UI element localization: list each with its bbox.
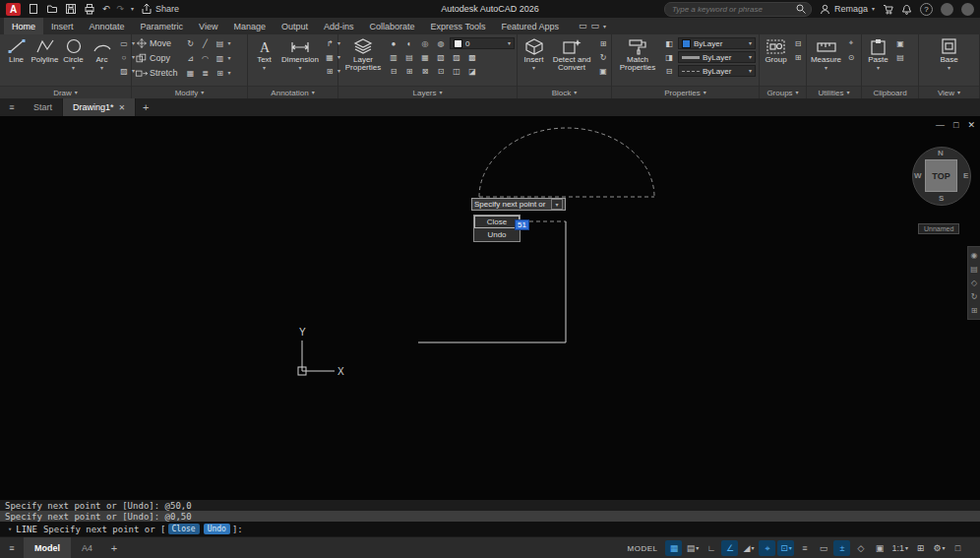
arc-button[interactable]: Arc ▾ — [89, 36, 115, 86]
annotation-visibility-toggle[interactable]: ⊞ — [912, 540, 929, 556]
groups-panel-title[interactable]: Groups▾ — [760, 86, 806, 98]
menu-item-undo[interactable]: Undo — [474, 228, 520, 241]
layout-menu-icon[interactable]: ≡ — [0, 543, 24, 553]
clean-screen-toggle[interactable]: □ — [949, 540, 966, 556]
line-button[interactable]: Line — [3, 36, 30, 86]
group-button[interactable]: Group — [763, 36, 789, 86]
properties-tool-icon[interactable]: ⊟ — [662, 65, 676, 77]
close-option-button[interactable]: Close — [168, 524, 200, 534]
layer-tool-icon[interactable]: ◫ — [450, 65, 463, 77]
model-space-label[interactable]: MODEL — [628, 544, 658, 553]
object-color-select[interactable]: ByLayer ▾ — [678, 37, 756, 49]
layer-select[interactable]: 0 ▾ — [450, 37, 515, 49]
tab-view[interactable]: View — [191, 18, 225, 34]
model-tab[interactable]: Model — [24, 537, 71, 558]
search-box[interactable] — [664, 2, 812, 17]
leader-tool-icon[interactable]: ↱ — [323, 37, 337, 49]
dimension-button[interactable]: Dimension ▾ — [279, 36, 321, 86]
layer-tool-icon[interactable]: ▨ — [450, 51, 463, 63]
zoom-icon[interactable]: ◇ — [971, 279, 977, 287]
selection-cycling-toggle[interactable]: ◇ — [852, 540, 869, 556]
tab-manage[interactable]: Manage — [225, 18, 274, 34]
mirror-tool-icon[interactable]: ⊿ — [184, 52, 198, 64]
clipboard-panel-title[interactable]: Clipboard — [862, 86, 918, 98]
group-edit-tool-icon[interactable]: ⊞ — [791, 51, 805, 63]
polyline-button[interactable]: Polyline — [31, 36, 58, 86]
layer-state-icon[interactable]: ● — [387, 37, 400, 49]
rotate-tool-icon[interactable]: ↻ — [184, 37, 198, 49]
ribbon-toggle-icon[interactable]: ▭ — [590, 22, 599, 31]
redo-icon[interactable]: ↷ — [117, 5, 125, 14]
undo-option-button[interactable]: Undo — [204, 524, 230, 534]
ortho-toggle[interactable]: ∟ — [703, 540, 719, 556]
tab-parametric[interactable]: Parametric — [133, 18, 192, 34]
layer-lock-icon[interactable]: ◎ — [418, 37, 432, 49]
autocad-logo-icon[interactable]: A — [6, 3, 21, 16]
new-file-icon[interactable] — [28, 3, 39, 15]
scale-tool-icon[interactable]: ▦ — [184, 67, 198, 79]
utilities-panel-title[interactable]: Utilities▾ — [807, 86, 861, 98]
chevron-down-icon[interactable]: ▾ — [228, 70, 231, 76]
base-button[interactable]: Base ▾ — [936, 36, 962, 86]
named-view-badge[interactable]: Unnamed — [918, 223, 959, 234]
viewcube-top-face[interactable]: TOP — [925, 159, 957, 192]
quick-select-tool-icon[interactable]: ⊙ — [844, 51, 858, 63]
copy-button[interactable]: Copy — [135, 52, 178, 64]
stretch-button[interactable]: Stretch — [135, 67, 178, 79]
help-icon[interactable]: ? — [920, 3, 933, 16]
chevron-down-icon[interactable]: ▾ — [603, 24, 606, 30]
customization-gear-icon[interactable]: ⚙▾ — [931, 540, 948, 556]
account-menu[interactable]: Remaga ▾ — [820, 4, 875, 15]
text-button[interactable]: A Text ▾ — [251, 36, 277, 86]
minimize-icon[interactable]: — — [936, 120, 945, 130]
close-icon[interactable]: ✕ — [119, 103, 126, 112]
plot-printer-icon[interactable] — [84, 3, 95, 15]
ungroup-tool-icon[interactable]: ⊟ — [791, 37, 805, 49]
search-icon[interactable] — [796, 4, 806, 14]
layer-tool-icon[interactable]: ▥ — [387, 51, 400, 63]
viewcube[interactable]: TOP N W S E — [912, 147, 971, 206]
lineweight-select[interactable]: ByLayer ▾ — [678, 51, 756, 63]
measure-button[interactable]: Measure ▾ — [810, 36, 842, 86]
cart-icon[interactable] — [883, 4, 893, 15]
layer-tool-icon[interactable]: ▧ — [434, 51, 448, 63]
block-panel-title[interactable]: Block▾ — [518, 86, 611, 98]
bell-icon[interactable] — [901, 4, 912, 15]
layers-panel-title[interactable]: Layers▾ — [338, 86, 517, 98]
layer-properties-button[interactable]: Layer Properties — [341, 36, 385, 86]
pan-icon[interactable]: ▤ — [970, 265, 978, 274]
edit-block-tool-icon[interactable]: ↻ — [596, 51, 610, 63]
object-snap-toggle[interactable]: ⊡▾ — [777, 540, 794, 556]
open-folder-icon[interactable] — [46, 3, 58, 15]
rectangle-tool-icon[interactable]: ▭ — [117, 37, 131, 49]
layout-tab-a4[interactable]: A4 — [71, 537, 103, 558]
fillet-tool-icon[interactable]: ▤ — [214, 37, 227, 49]
table-tool-icon[interactable]: ▦ — [323, 51, 337, 63]
layer-tool-icon[interactable]: ⊞ — [402, 65, 416, 77]
chamfer-tool-icon[interactable]: ◠ — [199, 52, 213, 64]
viewcube-south[interactable]: S — [939, 194, 944, 203]
object-snap-tracking-toggle[interactable]: ⌖ — [759, 540, 775, 556]
copy-clip-tool-icon[interactable]: ▣ — [893, 37, 907, 49]
linetype-select[interactable]: ByLayer ▾ — [678, 65, 756, 77]
blend-tool-icon[interactable]: ▥ — [214, 52, 227, 64]
tab-start[interactable]: Start — [24, 98, 63, 116]
dynamic-ucs-toggle[interactable]: ▣ — [871, 540, 888, 556]
move-button[interactable]: Move — [135, 37, 178, 49]
draw-panel-title[interactable]: Draw▾ — [0, 86, 131, 98]
drawing-canvas[interactable]: Y X — □ ✕ Specify next point or ▾ Close … — [0, 116, 980, 500]
showmotion-icon[interactable]: ⊞ — [971, 306, 978, 315]
tab-collaborate[interactable]: Collaborate — [362, 18, 423, 34]
dynamic-input-toggle[interactable]: ± — [833, 540, 850, 556]
avatar[interactable] — [941, 3, 953, 16]
close-icon[interactable]: ✕ — [967, 120, 975, 130]
detect-and-convert-button[interactable]: Detect and Convert — [549, 36, 594, 86]
properties-tool-icon[interactable]: ◨ — [662, 51, 676, 63]
block-attributes-tool-icon[interactable]: ▣ — [596, 65, 610, 77]
restore-icon[interactable]: □ — [953, 120, 958, 130]
erase-tool-icon[interactable]: ⊞ — [214, 67, 227, 79]
paste-button[interactable]: Paste ▾ — [865, 36, 891, 86]
share-button[interactable]: Share — [141, 3, 179, 15]
cut-clip-tool-icon[interactable]: ▤ — [893, 51, 907, 63]
file-tabs-menu-icon[interactable]: ≡ — [0, 98, 24, 116]
